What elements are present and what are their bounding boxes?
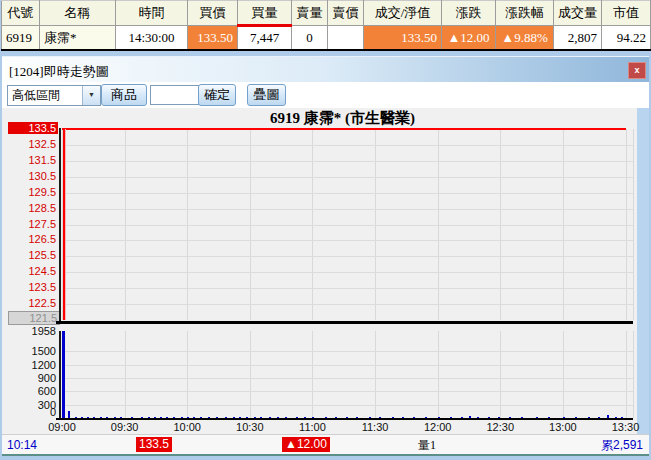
right-gutter bbox=[637, 108, 649, 434]
col-header-ask-price: 賣價 bbox=[328, 1, 364, 26]
ask-price bbox=[328, 26, 364, 51]
ask-volume: 0 bbox=[292, 26, 328, 51]
quote-header-row: 代號 名稱 時間 買價 買量 賣量 賣價 成交/淨值 漲跌 漲跌幅 成交量 市值 bbox=[2, 1, 651, 26]
col-header-ask-volume: 賣量 bbox=[292, 1, 328, 26]
status-volume-label: 量1 bbox=[418, 435, 436, 455]
col-header-last-price: 成交/淨值 bbox=[364, 1, 442, 26]
price-change-pct: ▲9.88% bbox=[496, 26, 554, 51]
window-bottom-edge bbox=[2, 454, 649, 456]
col-header-market-cap: 市值 bbox=[602, 1, 651, 26]
close-icon[interactable]: x bbox=[628, 62, 646, 79]
col-header-code: 代號 bbox=[2, 1, 40, 26]
bid-volume-highlighted: 7,447 bbox=[238, 26, 292, 51]
status-price-badge: 133.5 bbox=[136, 437, 172, 452]
col-header-change-pct: 漲跌幅 bbox=[496, 1, 554, 26]
quote-row[interactable]: 6919 康霈* 14:30:00 133.50 7,447 0 133.50 … bbox=[2, 26, 651, 51]
col-header-bid-price: 買價 bbox=[188, 1, 238, 26]
window-titlebar[interactable]: [1204]即時走勢圖 x bbox=[2, 56, 649, 83]
chart-title: 6919 康霈* (市生醫業) bbox=[60, 109, 625, 128]
market-cap: 94.22 bbox=[602, 26, 651, 51]
symbol-input[interactable] bbox=[150, 85, 200, 105]
chevron-down-icon[interactable]: ▼ bbox=[82, 86, 100, 105]
range-select-value: 高低區間 bbox=[12, 88, 60, 102]
col-header-change: 漲跌 bbox=[442, 1, 496, 26]
overlay-button[interactable]: 疊圖 bbox=[247, 84, 286, 106]
status-total-label: 累2,591 bbox=[601, 435, 643, 455]
toolbar: 高低區間 ▼ 商品 確定 疊圖 bbox=[2, 82, 649, 108]
col-header-volume: 成交量 bbox=[554, 1, 602, 26]
window-title: [1204]即時走勢圖 bbox=[9, 63, 109, 81]
status-time: 10:14 bbox=[7, 435, 37, 455]
col-header-bid-volume: 買量 bbox=[238, 1, 292, 26]
total-volume: 2,807 bbox=[554, 26, 602, 51]
range-select[interactable]: 高低區間 ▼ bbox=[7, 85, 101, 106]
price-change: ▲12.00 bbox=[442, 26, 496, 51]
status-bar: 10:14 133.5 ▲12.00 量1 累2,591 bbox=[2, 434, 649, 455]
last-price: 133.50 bbox=[364, 26, 442, 51]
quote-table: 代號 名稱 時間 買價 買量 賣量 賣價 成交/淨值 漲跌 漲跌幅 成交量 市值… bbox=[1, 0, 651, 51]
quote-time: 14:30:00 bbox=[116, 26, 188, 51]
bid-price: 133.50 bbox=[188, 26, 238, 51]
chart-area: 6919 康霈* (市生醫業) bbox=[2, 108, 649, 434]
col-header-name: 名稱 bbox=[40, 1, 116, 26]
col-header-time: 時間 bbox=[116, 1, 188, 26]
confirm-button[interactable]: 確定 bbox=[198, 84, 236, 106]
stock-code: 6919 bbox=[2, 26, 40, 51]
stock-name: 康霈* bbox=[40, 26, 116, 51]
product-button[interactable]: 商品 bbox=[101, 84, 147, 106]
status-change-badge: ▲12.00 bbox=[282, 437, 330, 452]
